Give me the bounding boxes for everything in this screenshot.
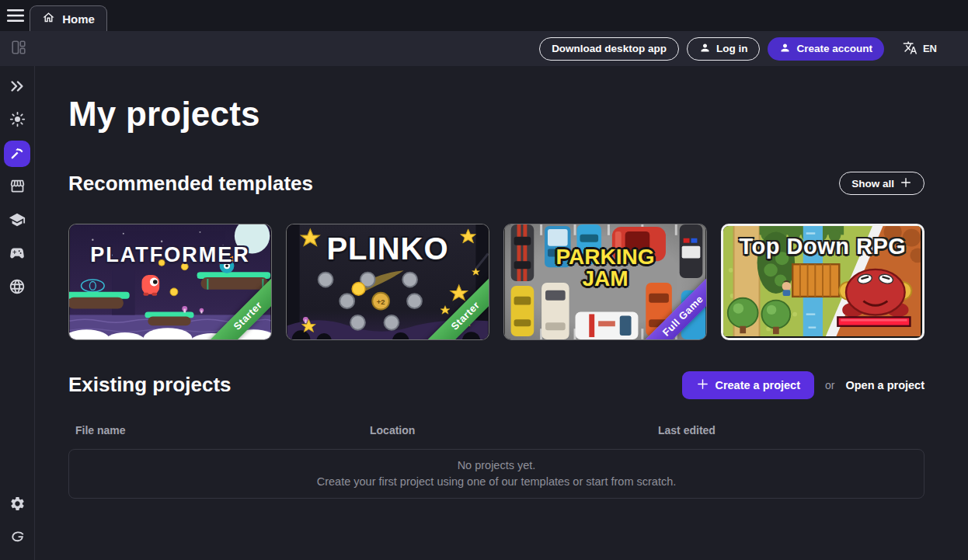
sidebar-expand-button[interactable] bbox=[6, 76, 28, 98]
empty-state-title: No projects yet. bbox=[458, 459, 536, 471]
show-all-label: Show all bbox=[851, 178, 894, 190]
translate-icon bbox=[903, 40, 918, 57]
storefront-icon bbox=[9, 178, 26, 197]
existing-projects-header-row: Existing projects Create a project or Op… bbox=[68, 371, 924, 399]
templates-heading: Recommended templates bbox=[68, 172, 313, 196]
person-icon bbox=[779, 42, 791, 56]
page-title: My projects bbox=[68, 96, 924, 133]
sidebar-item-shop[interactable] bbox=[6, 176, 28, 198]
gear-icon bbox=[9, 496, 26, 514]
login-button[interactable]: Log in bbox=[687, 37, 761, 61]
platformer-thumbnail bbox=[69, 224, 271, 339]
or-text: or bbox=[825, 379, 834, 391]
sidebar-item-play[interactable] bbox=[6, 243, 28, 265]
open-project-link[interactable]: Open a project bbox=[845, 379, 924, 391]
sidebar-item-settings[interactable] bbox=[6, 494, 28, 516]
language-code: EN bbox=[923, 43, 937, 54]
empty-projects-state: No projects yet. Create your first proje… bbox=[68, 449, 924, 499]
double-chevron-right-icon bbox=[9, 78, 26, 97]
toggle-panels-button[interactable] bbox=[8, 38, 30, 60]
home-icon bbox=[42, 11, 55, 26]
plinko-thumbnail: +2 bbox=[287, 224, 489, 339]
sidebar-item-community[interactable] bbox=[6, 277, 28, 298]
rpg-boss-health-bar bbox=[837, 317, 910, 325]
login-button-label: Log in bbox=[716, 43, 748, 54]
column-header-location: Location bbox=[370, 424, 658, 437]
create-account-button[interactable]: Create account bbox=[768, 37, 884, 61]
gamepad-icon bbox=[9, 245, 26, 264]
template-card-plinko[interactable]: +2 PLINKO Starter bbox=[286, 224, 489, 340]
template-card-top-down-rpg[interactable]: Top Down RPG bbox=[721, 224, 924, 340]
download-desktop-app-button[interactable]: Download desktop app bbox=[539, 37, 679, 61]
project-actions: Create a project or Open a project bbox=[682, 371, 924, 399]
toolbar: Download desktop app Log in Create accou… bbox=[0, 31, 968, 66]
create-account-label: Create account bbox=[796, 43, 872, 54]
hamburger-icon bbox=[6, 8, 25, 26]
sidebar-item-about[interactable] bbox=[6, 527, 28, 549]
templates-header-row: Recommended templates Show all bbox=[68, 172, 924, 196]
pickaxe-icon bbox=[9, 145, 25, 163]
existing-projects-heading: Existing projects bbox=[68, 373, 232, 397]
column-header-file-name: File name bbox=[75, 424, 370, 437]
graduation-cap-icon bbox=[9, 211, 26, 231]
plus-icon bbox=[900, 176, 912, 191]
sun-icon bbox=[9, 111, 26, 130]
show-all-button[interactable]: Show all bbox=[839, 172, 924, 195]
sidebar-item-get-started[interactable] bbox=[6, 110, 28, 131]
person-icon bbox=[699, 42, 711, 56]
template-card-platformer[interactable]: PLATFORMER Starter bbox=[68, 224, 272, 340]
download-button-label: Download desktop app bbox=[552, 43, 667, 54]
globe-icon bbox=[9, 278, 26, 297]
toolbar-actions: Download desktop app Log in Create accou… bbox=[539, 37, 937, 61]
empty-state-subtitle: Create your first project using one of o… bbox=[317, 475, 677, 488]
top-down-rpg-thumbnail bbox=[723, 226, 921, 336]
sidebar-item-learn[interactable] bbox=[6, 210, 28, 231]
app-window: Home Download desktop app Log in bbox=[0, 0, 968, 560]
projects-table-headers: File name Location Last edited bbox=[68, 424, 924, 437]
main-content: My projects Recommended templates Show a… bbox=[35, 66, 968, 560]
sidebar bbox=[0, 66, 35, 560]
column-header-last-edited: Last edited bbox=[658, 424, 924, 437]
template-card-parking-jam[interactable]: PARKING JAM Full Game bbox=[503, 224, 707, 340]
template-cards: PLATFORMER Starter bbox=[68, 224, 924, 340]
tab-bar: Home bbox=[0, 0, 968, 31]
panels-layout-icon bbox=[10, 39, 27, 58]
home-tab-label: Home bbox=[62, 12, 95, 26]
plinko-peg-label: +2 bbox=[377, 297, 385, 305]
tab-home[interactable]: Home bbox=[30, 5, 107, 31]
create-project-button[interactable]: Create a project bbox=[682, 371, 814, 399]
sidebar-item-build[interactable] bbox=[4, 141, 30, 167]
parking-jam-thumbnail bbox=[504, 224, 706, 339]
platformer-hero-sprite bbox=[141, 275, 159, 296]
language-selector[interactable]: EN bbox=[903, 40, 937, 57]
gdevelop-logo-icon bbox=[9, 529, 26, 548]
plus-icon bbox=[696, 377, 709, 393]
create-project-label: Create a project bbox=[715, 379, 800, 391]
main-menu-button[interactable] bbox=[5, 7, 26, 26]
